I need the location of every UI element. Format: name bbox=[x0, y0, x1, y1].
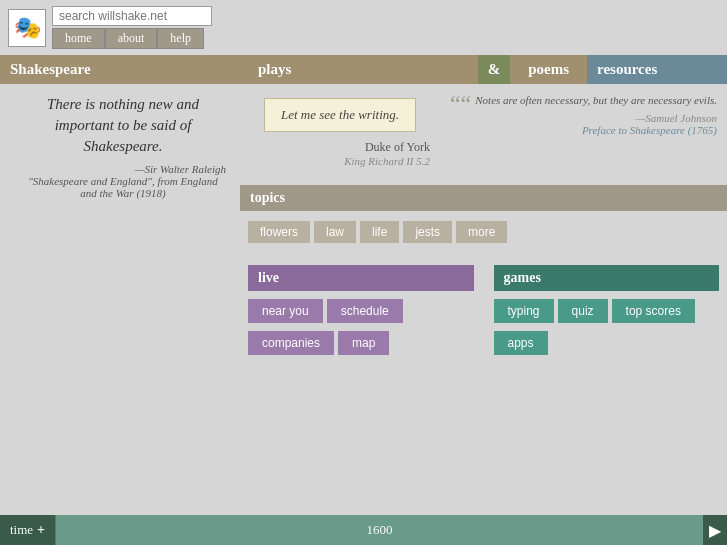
quote-section: There is nothing new and important to be… bbox=[0, 84, 240, 209]
resources-header: resources bbox=[587, 55, 727, 84]
tag-more[interactable]: more bbox=[456, 221, 507, 243]
nav-about[interactable]: about bbox=[105, 28, 158, 49]
quote-attribution: —Sir Walter Raleigh bbox=[20, 163, 226, 175]
live-map[interactable]: map bbox=[338, 331, 389, 355]
tag-flowers[interactable]: flowers bbox=[248, 221, 310, 243]
right-area: plays & poems resources Let me see the w… bbox=[240, 55, 727, 365]
plays-poems-main: Let me see the writing. Duke of York Kin… bbox=[240, 84, 440, 181]
time-plus-icon[interactable]: + bbox=[37, 522, 45, 538]
live-games-row: live near you schedule companies map gam… bbox=[240, 253, 727, 365]
live-tags: near you schedule bbox=[248, 297, 474, 325]
resources-attr: —Samuel Johnson bbox=[450, 112, 717, 124]
main-quote: There is nothing new and important to be… bbox=[20, 94, 226, 157]
time-year: 1600 bbox=[367, 522, 393, 538]
games-header: games bbox=[494, 265, 720, 291]
stage-quote-box: Let me see the writing. bbox=[264, 98, 416, 132]
shakespeare-header: Shakespeare bbox=[0, 55, 240, 84]
tag-law[interactable]: law bbox=[314, 221, 356, 243]
plays-header[interactable]: plays bbox=[240, 55, 478, 84]
top-bar: 🎭 home about help bbox=[0, 0, 727, 55]
poems-header[interactable]: poems bbox=[510, 55, 587, 84]
live-section: live near you schedule companies map bbox=[248, 265, 474, 357]
quote-play-ref: King Richard II 5.2 bbox=[250, 155, 430, 167]
topics-section: topics flowers law life jests more bbox=[240, 185, 727, 253]
tag-life[interactable]: life bbox=[360, 221, 399, 243]
top-right: home about help bbox=[52, 6, 212, 49]
live-header: live bbox=[248, 265, 474, 291]
nav-home[interactable]: home bbox=[52, 28, 105, 49]
plays-poems-row: plays & poems resources bbox=[240, 55, 727, 84]
left-column: Shakespeare There is nothing new and imp… bbox=[0, 55, 240, 365]
quote-mark-icon: ““ bbox=[450, 92, 471, 116]
time-text: time bbox=[10, 522, 33, 538]
resources-content: ““ Notes are often necessary, but they a… bbox=[440, 84, 727, 181]
ampersand: & bbox=[478, 55, 511, 84]
live-tags-row2: companies map bbox=[248, 329, 474, 357]
logo-icon: 🎭 bbox=[14, 15, 41, 41]
quote-speaker: Duke of York bbox=[250, 140, 430, 155]
live-schedule[interactable]: schedule bbox=[327, 299, 403, 323]
search-input[interactable] bbox=[52, 6, 212, 26]
games-tags-row2: apps bbox=[494, 329, 720, 357]
resources-quote-text: Notes are often necessary, but they are … bbox=[475, 94, 717, 106]
time-line: 1600 bbox=[56, 515, 703, 545]
topics-header: topics bbox=[240, 185, 727, 211]
topics-tags: flowers law life jests more bbox=[240, 211, 727, 253]
plays-poems-content: Let me see the writing. Duke of York Kin… bbox=[240, 84, 727, 181]
resources-source[interactable]: Preface to Shakespeare (1765) bbox=[450, 124, 717, 136]
live-companies[interactable]: companies bbox=[248, 331, 334, 355]
tag-jests[interactable]: jests bbox=[403, 221, 452, 243]
time-label: time + bbox=[0, 515, 56, 545]
games-top-scores[interactable]: top scores bbox=[612, 299, 695, 323]
live-near-you[interactable]: near you bbox=[248, 299, 323, 323]
nav-links: home about help bbox=[52, 28, 212, 49]
games-tags: typing quiz top scores bbox=[494, 297, 720, 325]
games-apps[interactable]: apps bbox=[494, 331, 548, 355]
nav-help[interactable]: help bbox=[157, 28, 204, 49]
games-quiz[interactable]: quiz bbox=[558, 299, 608, 323]
main-content: Shakespeare There is nothing new and imp… bbox=[0, 55, 727, 365]
logo: 🎭 bbox=[8, 9, 46, 47]
games-typing[interactable]: typing bbox=[494, 299, 554, 323]
games-section: games typing quiz top scores apps bbox=[494, 265, 720, 357]
time-bar: time + 1600 ▶ bbox=[0, 515, 727, 545]
quote-source: "Shakespeare and England", from England … bbox=[20, 175, 226, 199]
time-arrow-icon[interactable]: ▶ bbox=[703, 521, 727, 540]
